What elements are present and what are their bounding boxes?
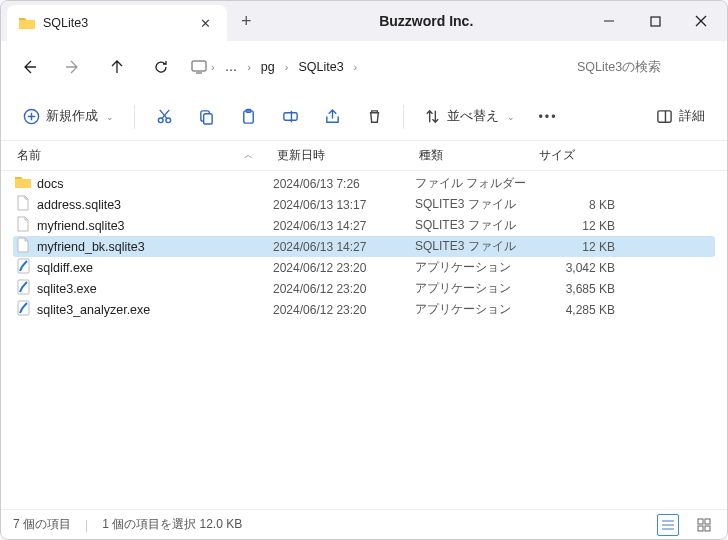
svg-rect-30 bbox=[705, 526, 710, 531]
more-button[interactable]: ••• bbox=[529, 104, 567, 130]
file-name: myfriend_bk.sqlite3 bbox=[37, 240, 145, 254]
table-row[interactable]: sqlite3.exe2024/06/12 23:20アプリケーション3,685… bbox=[13, 278, 715, 299]
tab-active[interactable]: SQLite3 ✕ bbox=[7, 5, 227, 41]
view-icons-button[interactable] bbox=[693, 514, 715, 536]
clipboard-icon bbox=[240, 108, 257, 125]
rename-button[interactable] bbox=[271, 102, 309, 131]
svg-rect-4 bbox=[192, 61, 206, 71]
close-tab-button[interactable]: ✕ bbox=[196, 14, 215, 33]
new-tab-button[interactable]: + bbox=[227, 11, 266, 32]
file-type: SQLITE3 ファイル bbox=[415, 217, 535, 234]
file-date: 2024/06/13 14:27 bbox=[273, 219, 415, 233]
file-icon bbox=[15, 237, 37, 256]
sort-button[interactable]: 並べ替え ⌄ bbox=[414, 102, 525, 131]
copy-button[interactable] bbox=[187, 102, 225, 131]
chevron-down-icon: ⌄ bbox=[106, 112, 114, 122]
copy-icon bbox=[198, 108, 215, 125]
file-date: 2024/06/13 14:27 bbox=[273, 240, 415, 254]
delete-button[interactable] bbox=[355, 102, 393, 131]
file-date: 2024/06/12 23:20 bbox=[273, 303, 415, 317]
titlebar: SQLite3 ✕ + Buzzword Inc. bbox=[1, 1, 727, 41]
chevron-right-icon: › bbox=[211, 61, 215, 73]
file-type: アプリケーション bbox=[415, 301, 535, 318]
table-row[interactable]: myfriend_bk.sqlite32024/06/13 14:27SQLIT… bbox=[13, 236, 715, 257]
table-row[interactable]: sqldiff.exe2024/06/12 23:20アプリケーション3,042… bbox=[13, 257, 715, 278]
up-button[interactable] bbox=[97, 47, 137, 87]
table-row[interactable]: docs2024/06/13 7:26ファイル フォルダー bbox=[13, 173, 715, 194]
maximize-button[interactable] bbox=[633, 5, 677, 37]
folder-icon bbox=[19, 16, 35, 30]
header-type[interactable]: 種類 bbox=[415, 147, 535, 164]
breadcrumb-item[interactable]: SQLite3 bbox=[292, 56, 349, 78]
status-selection: 1 個の項目を選択 12.0 KB bbox=[102, 516, 242, 533]
toolbar: 新規作成 ⌄ 並べ替え ⌄ ••• 詳細 bbox=[1, 93, 727, 141]
details-icon bbox=[656, 108, 673, 125]
svg-rect-27 bbox=[698, 519, 703, 524]
file-name: docs bbox=[37, 177, 63, 191]
table-row[interactable]: sqlite3_analyzer.exe2024/06/12 23:20アプリケ… bbox=[13, 299, 715, 320]
file-size: 12 KB bbox=[535, 219, 615, 233]
svg-rect-1 bbox=[651, 17, 660, 26]
file-list[interactable]: docs2024/06/13 7:26ファイル フォルダーaddress.sql… bbox=[1, 171, 727, 509]
file-icon bbox=[15, 216, 37, 235]
file-date: 2024/06/13 7:26 bbox=[273, 177, 415, 191]
file-size: 3,685 KB bbox=[535, 282, 615, 296]
chevron-down-icon: ⌄ bbox=[507, 112, 515, 122]
svg-point-10 bbox=[165, 118, 170, 123]
view-details-button[interactable] bbox=[657, 514, 679, 536]
minimize-button[interactable] bbox=[587, 5, 631, 37]
status-bar: 7 個の項目 | 1 個の項目を選択 12.0 KB bbox=[1, 509, 727, 539]
share-button[interactable] bbox=[313, 102, 351, 131]
file-name: sqlite3.exe bbox=[37, 282, 97, 296]
share-icon bbox=[324, 108, 341, 125]
breadcrumb-ellipsis[interactable]: … bbox=[219, 56, 244, 78]
forward-button[interactable] bbox=[53, 47, 93, 87]
plus-circle-icon bbox=[23, 108, 40, 125]
sort-label: 並べ替え bbox=[447, 108, 499, 125]
brand-label: Buzzword Inc. bbox=[266, 13, 587, 29]
divider bbox=[134, 105, 135, 129]
navbar: › … › pg › SQLite3 › bbox=[1, 41, 727, 93]
details-label: 詳細 bbox=[679, 108, 705, 125]
column-headers: 名前 ︿ 更新日時 種類 サイズ bbox=[1, 141, 727, 171]
cut-button[interactable] bbox=[145, 102, 183, 131]
svg-point-9 bbox=[158, 118, 163, 123]
file-name: sqlite3_analyzer.exe bbox=[37, 303, 150, 317]
file-name: myfriend.sqlite3 bbox=[37, 219, 125, 233]
header-name[interactable]: 名前 ︿ bbox=[13, 147, 273, 164]
file-name: address.sqlite3 bbox=[37, 198, 121, 212]
chevron-right-icon: › bbox=[354, 61, 358, 73]
chevron-right-icon: › bbox=[247, 61, 251, 73]
svg-rect-29 bbox=[698, 526, 703, 531]
header-name-label: 名前 bbox=[17, 147, 41, 164]
tab-title: SQLite3 bbox=[43, 16, 188, 30]
refresh-button[interactable] bbox=[141, 47, 181, 87]
svg-rect-28 bbox=[705, 519, 710, 524]
rename-icon bbox=[282, 108, 299, 125]
exe-icon bbox=[15, 258, 37, 277]
close-window-button[interactable] bbox=[679, 5, 723, 37]
file-name: sqldiff.exe bbox=[37, 261, 93, 275]
new-label: 新規作成 bbox=[46, 108, 98, 125]
header-size[interactable]: サイズ bbox=[535, 147, 615, 164]
file-date: 2024/06/12 23:20 bbox=[273, 282, 415, 296]
table-row[interactable]: myfriend.sqlite32024/06/13 14:27SQLITE3 … bbox=[13, 215, 715, 236]
header-date[interactable]: 更新日時 bbox=[273, 147, 415, 164]
file-type: アプリケーション bbox=[415, 259, 535, 276]
breadcrumb[interactable]: › … › pg › SQLite3 › bbox=[185, 56, 565, 78]
table-row[interactable]: address.sqlite32024/06/13 13:17SQLITE3 フ… bbox=[13, 194, 715, 215]
file-type: アプリケーション bbox=[415, 280, 535, 297]
details-pane-button[interactable]: 詳細 bbox=[646, 102, 715, 131]
breadcrumb-item[interactable]: pg bbox=[255, 56, 281, 78]
divider bbox=[403, 105, 404, 129]
exe-icon bbox=[15, 279, 37, 298]
file-icon bbox=[15, 195, 37, 214]
monitor-icon bbox=[191, 60, 207, 74]
paste-button[interactable] bbox=[229, 102, 267, 131]
back-button[interactable] bbox=[9, 47, 49, 87]
search-input[interactable] bbox=[569, 54, 719, 80]
file-size: 8 KB bbox=[535, 198, 615, 212]
status-count: 7 個の項目 bbox=[13, 516, 71, 533]
sort-indicator-icon: ︿ bbox=[244, 149, 253, 162]
new-button[interactable]: 新規作成 ⌄ bbox=[13, 102, 124, 131]
